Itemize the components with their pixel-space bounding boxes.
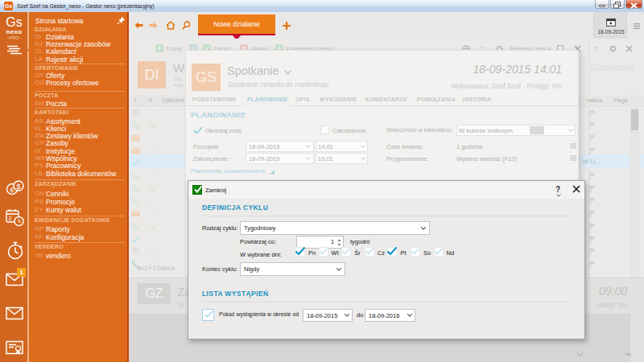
svg-text:$: $ [16, 183, 20, 191]
svg-text:2: 2 [9, 216, 12, 221]
